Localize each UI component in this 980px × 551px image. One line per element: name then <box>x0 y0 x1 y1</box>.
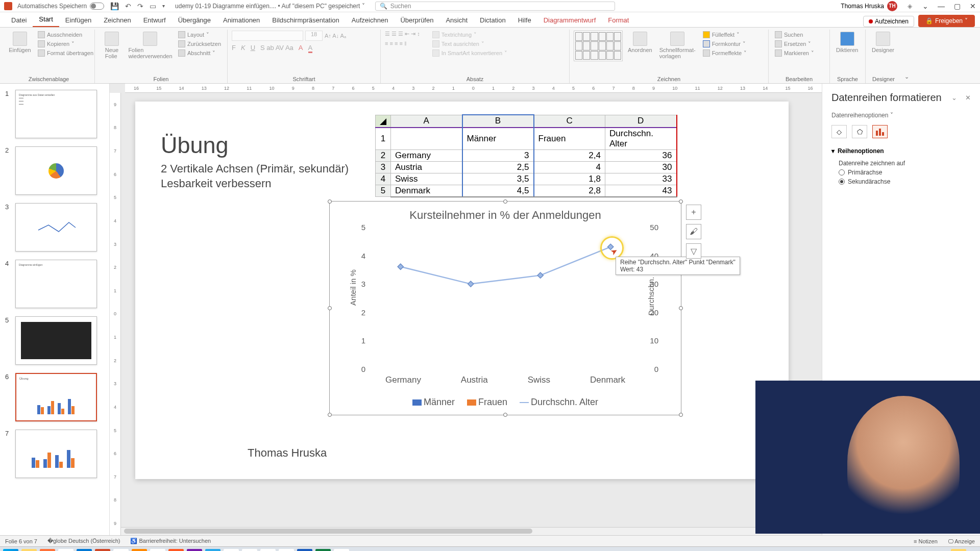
slide-author[interactable]: Thomas Hruska <box>248 446 327 460</box>
app-icon-7[interactable]: ⬤ <box>279 549 294 552</box>
app-icon-8[interactable]: ▦ <box>334 549 349 552</box>
tab-animationen[interactable]: Animationen <box>217 13 266 27</box>
file-explorer-icon[interactable]: 📁 <box>21 549 37 552</box>
share-button[interactable]: 🔒 Freigeben ˅ <box>918 15 975 27</box>
taskpane-options-icon[interactable]: ⌄ <box>951 94 957 102</box>
qat-dropdown-icon[interactable]: ▾ <box>162 3 165 9</box>
shape-effects-button[interactable]: Formeffekte ˅ <box>701 49 749 57</box>
powerpoint-icon[interactable]: P <box>95 549 110 552</box>
tab-datei[interactable]: Datei <box>5 13 33 27</box>
thumb-7[interactable]: 7 <box>0 428 109 484</box>
tab-einfuegen[interactable]: Einfügen <box>59 13 97 27</box>
format-painter-button[interactable]: Format übertragen <box>36 49 95 57</box>
slide-subtitle[interactable]: 2 Vertikale Achsen (Primär, sekundär) Le… <box>161 162 349 191</box>
record-button[interactable]: Aufzeichnen <box>863 16 914 27</box>
app-icon-3[interactable]: ◉ <box>168 549 184 552</box>
reuse-slides-button[interactable]: Folien wiederverwenden <box>128 31 173 60</box>
tab-dictation[interactable]: Dictation <box>474 13 512 27</box>
word-icon[interactable]: W <box>297 549 312 552</box>
layout-button[interactable]: Layout ˅ <box>176 31 223 39</box>
app-icon-1[interactable]: 💬 <box>113 549 129 552</box>
user-account[interactable]: Thomas Hruska TH <box>841 1 897 11</box>
app-icon-6[interactable]: ◐ <box>260 549 276 552</box>
chart-elements-button[interactable]: + <box>686 205 701 220</box>
thumb-5[interactable]: 5 <box>0 314 109 371</box>
accessibility-status[interactable]: ♿ Barrierefreiheit: Untersuchen <box>130 538 211 544</box>
redo-icon[interactable]: ↷ <box>137 2 143 10</box>
tab-diagrammentwurf[interactable]: Diagrammentwurf <box>537 13 602 27</box>
app-icon-5[interactable]: ⏺ <box>242 549 257 552</box>
chart-object[interactable]: Kursteilnehmer in % der Anmeldungen Ante… <box>329 201 681 415</box>
ribbon-mode-icon[interactable]: ⌄ <box>922 2 928 10</box>
chart-filter-button[interactable]: ▽ <box>686 243 701 259</box>
section-button[interactable]: Abschnitt ˅ <box>176 49 223 57</box>
undo-icon[interactable]: ↶ <box>125 2 131 10</box>
slideshow-icon[interactable]: ▭ <box>150 2 156 10</box>
onenote-icon[interactable]: N <box>187 549 202 552</box>
app-icon-4[interactable]: 📄 <box>224 549 239 552</box>
paste-button[interactable]: Einfügen <box>7 31 33 54</box>
thumb-4[interactable]: 4Diagramme einfügen <box>0 258 109 314</box>
excel-icon[interactable]: X <box>315 549 331 552</box>
copy-button[interactable]: Kopieren ˅ <box>36 40 95 48</box>
primary-axis-radio[interactable]: Primärachse <box>839 169 971 176</box>
slide-editor[interactable]: 1615141312111098765432101234567891011121… <box>110 84 822 535</box>
horizontal-scrollbar[interactable] <box>121 527 822 535</box>
chart-styles-button[interactable]: 🖌 <box>686 224 701 239</box>
save-icon[interactable]: 💾 <box>110 2 119 10</box>
new-slide-button[interactable]: Neue Folie <box>99 31 125 60</box>
tab-zeichnen[interactable]: Zeichnen <box>97 13 137 27</box>
telegram-icon[interactable]: ✈ <box>205 549 220 552</box>
thumb-6[interactable]: 6Übung <box>0 371 109 428</box>
chart-plot-area[interactable]: ➤ Reihe "Durchschn. Alter" Punkt "Denmar… <box>365 227 645 369</box>
shape-outline-button[interactable]: Formkontur ˅ <box>701 40 749 48</box>
taskpane-close-icon[interactable]: ✕ <box>965 94 971 102</box>
tab-entwurf[interactable]: Entwurf <box>137 13 172 27</box>
slide-title[interactable]: Übung <box>161 132 229 159</box>
chart-title[interactable]: Kursteilnehmer in % der Anmeldungen <box>330 209 681 222</box>
designer-button[interactable]: Designer <box>870 31 896 54</box>
slide-canvas[interactable]: Übung 2 Vertikale Achsen (Primär, sekund… <box>135 102 789 479</box>
tab-bildschirmpraesentation[interactable]: Bildschirmpräsentation <box>266 13 346 27</box>
tab-aufzeichnen[interactable]: Aufzeichnen <box>346 13 395 27</box>
quick-styles-button[interactable]: Schnellformat- vorlagen <box>657 31 698 60</box>
autosave-toggle[interactable]: Automatisches Speichern <box>17 3 104 10</box>
cut-button[interactable]: Ausschneiden <box>36 31 95 39</box>
fill-tab-icon[interactable]: ◇ <box>831 125 847 138</box>
font-size-input[interactable]: 18 <box>305 31 323 41</box>
arrange-button[interactable]: Anordnen <box>626 31 654 54</box>
language-status[interactable]: �globe Deutsch (Österreich) <box>47 538 120 544</box>
minimize-icon[interactable]: — <box>938 2 945 10</box>
thumb-3[interactable]: 3 <box>0 201 109 258</box>
close-icon[interactable]: ✕ <box>970 2 976 10</box>
firefox-icon[interactable]: 🦊 <box>40 549 55 552</box>
tray-icon[interactable]: ◆ <box>951 549 966 552</box>
tab-ansicht[interactable]: Ansicht <box>439 13 474 27</box>
series-options-section[interactable]: ▾ Reihenoptionen <box>831 147 971 155</box>
slide-position[interactable]: Folie 6 von 7 <box>5 538 37 544</box>
reset-button[interactable]: Zurücksetzen <box>176 40 223 48</box>
replace-button[interactable]: Ersetzen ˅ <box>773 40 816 48</box>
thumb-1[interactable]: 1Diagramme aus Daten erstellen━━━━━━━━━ <box>0 88 109 144</box>
chrome-icon[interactable]: 🌐 <box>58 549 74 552</box>
tab-start[interactable]: Start <box>33 12 59 27</box>
notes-button[interactable]: ≡ Notizen <box>914 538 938 544</box>
find-button[interactable]: Suchen <box>773 31 816 39</box>
display-settings-button[interactable]: 🖵 Anzeige <box>948 538 975 544</box>
ribbon-collapse-icon[interactable]: ⌄ <box>904 73 909 80</box>
diamond-icon[interactable]: ◈ <box>908 3 912 10</box>
secondary-axis-radio[interactable]: Sekundärachse <box>839 178 971 185</box>
select-button[interactable]: Markieren ˅ <box>773 49 816 57</box>
app-icon-2[interactable]: 📋 <box>150 549 165 552</box>
tab-hilfe[interactable]: Hilfe <box>512 13 537 27</box>
thumb-2[interactable]: 2 <box>0 144 109 201</box>
tab-uebergaenge[interactable]: Übergänge <box>172 13 217 27</box>
tab-ueberpruefen[interactable]: Überprüfen <box>394 13 439 27</box>
chart-legend[interactable]: Männer Frauen Durchschn. Alter <box>330 397 681 408</box>
series-options-tab-icon[interactable] <box>872 125 888 138</box>
vlc-icon[interactable]: ▶ <box>132 549 147 552</box>
start-button[interactable]: ⊞ <box>3 549 18 552</box>
document-title[interactable]: udemy 01-19 Diagramme einfügen.... • Auf… <box>175 3 365 10</box>
tab-format[interactable]: Format <box>602 13 635 27</box>
dictate-button[interactable]: Diktieren <box>834 31 860 54</box>
